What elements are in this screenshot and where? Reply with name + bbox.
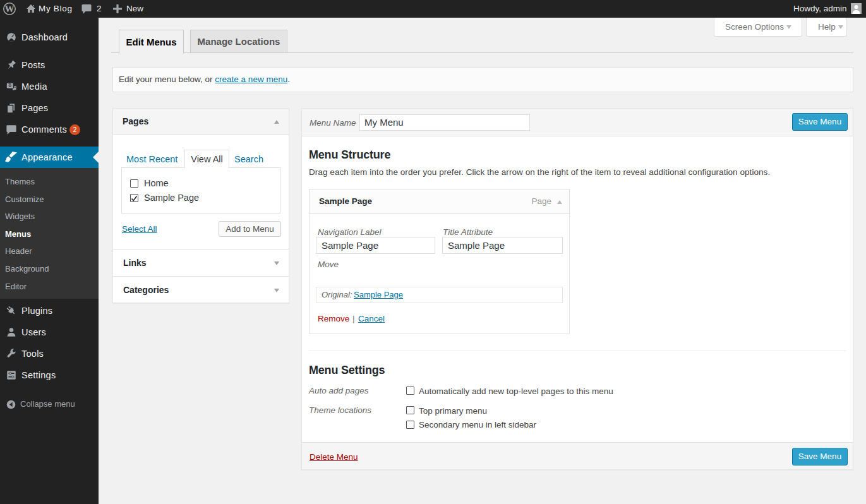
svg-text:W: W <box>5 4 15 14</box>
